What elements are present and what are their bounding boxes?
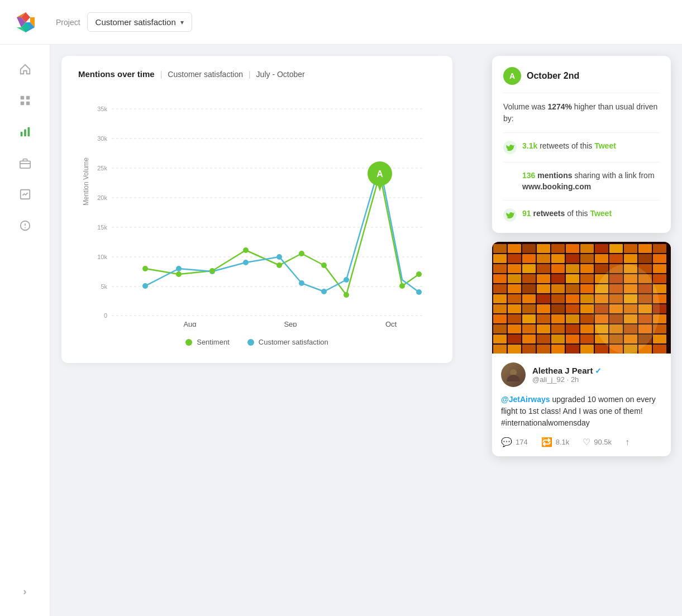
tweet-share-action[interactable]: ↑ [625,437,629,447]
tweet-retweet-action[interactable]: 🔁 8.1k [541,437,570,447]
svg-rect-164 [522,324,536,333]
svg-rect-152 [522,314,536,323]
svg-rect-92 [522,264,536,273]
svg-rect-91 [508,264,521,273]
chevron-down-icon: ▾ [180,18,184,26]
sidebar-item-grid[interactable] [12,87,39,114]
share-icon: ↑ [625,437,629,447]
svg-rect-117 [537,284,550,293]
tweet-at: @ali_j_92 [532,375,565,384]
row2-middle: sharing with a link from [574,171,654,180]
svg-rect-131 [566,294,579,303]
svg-rect-67 [508,244,521,253]
svg-point-20 [25,227,26,228]
svg-rect-150 [493,314,507,323]
chart-container: Mention Volume 35k 30k 25k 20k 15k 10k [78,92,436,346]
svg-rect-118 [551,284,565,293]
svg-point-48 [176,271,182,277]
tweet-mention[interactable]: @JetAirways [501,395,550,404]
svg-rect-151 [508,314,521,323]
svg-rect-95 [566,264,579,273]
tweet-user-info: Alethea J Peart ✓ @ali_j_92 · 2h [532,366,662,384]
svg-point-49 [209,268,215,274]
svg-point-45 [344,277,349,283]
svg-rect-192 [580,345,594,354]
row2-text: 136 mentions sharing with a link from ww… [522,170,660,192]
app-logo [13,10,38,35]
svg-rect-85 [595,254,608,263]
svg-point-198 [593,264,660,354]
svg-rect-185 [653,335,666,343]
svg-text:10k: 10k [97,254,107,260]
sidebar-item-analytics[interactable] [12,181,39,208]
svg-rect-129 [537,294,550,303]
separator-1: | [160,70,163,79]
sidebar-item-chart[interactable] [12,118,39,145]
sidebar-item-briefcase[interactable] [12,150,39,176]
svg-rect-71 [566,244,579,253]
svg-rect-113 [653,274,666,283]
svg-point-38 [142,283,148,289]
svg-rect-132 [580,294,594,303]
svg-rect-107 [566,274,579,283]
svg-rect-108 [580,274,594,283]
svg-text:Oct: Oct [385,320,397,327]
svg-rect-141 [537,304,550,313]
svg-rect-191 [566,345,579,354]
svg-rect-155 [566,314,579,323]
sidebar-expand-button[interactable]: › [12,578,39,605]
svg-rect-97 [595,264,608,273]
svg-rect-120 [580,284,594,293]
svg-text:15k: 15k [97,224,107,231]
svg-rect-140 [522,304,536,313]
svg-rect-154 [551,314,565,323]
svg-rect-79 [508,254,521,263]
volume-pct: 1274% [547,102,572,111]
sidebar-item-home[interactable] [12,56,39,83]
svg-rect-175 [508,335,521,343]
row3-link[interactable]: Tweet [590,209,612,218]
svg-point-55 [399,283,405,289]
svg-point-52 [299,251,304,256]
chart-legend: Sentiment Customer satisfaction [78,338,436,346]
sentiment-dot [185,339,192,346]
sidebar-item-alert[interactable] [12,212,39,239]
project-selector[interactable]: Customer satisfaction ▾ [87,12,192,32]
twitter-icon-2 [503,208,517,222]
tweet-comment-action[interactable]: 💬 174 [501,437,528,447]
tooltip-card: A October 2nd Volume was 1274% higher th… [492,56,671,233]
sentiment-label: Sentiment [197,338,230,346]
svg-rect-167 [566,324,579,333]
svg-text:0: 0 [104,312,107,319]
svg-point-51 [276,262,282,268]
svg-rect-88 [638,254,652,263]
svg-rect-101 [653,264,666,273]
tweet-name: Alethea J Peart ✓ [532,366,662,375]
svg-rect-114 [493,284,507,293]
svg-rect-130 [551,294,565,303]
tweet-card: Alethea J Peart ✓ @ali_j_92 · 2h @JetAir… [492,242,671,456]
svg-rect-84 [580,254,594,263]
svg-rect-166 [551,324,565,333]
svg-rect-180 [580,335,594,343]
tweet-handle: @ali_j_92 · 2h [532,375,662,384]
svg-rect-14 [27,127,30,137]
chart-subtitle: Customer satisfaction [168,70,243,79]
svg-text:25k: 25k [97,165,107,171]
row1-link[interactable]: Tweet [594,141,616,150]
svg-rect-75 [624,244,637,253]
svg-point-53 [321,262,327,268]
svg-point-43 [299,280,304,286]
svg-rect-128 [522,294,536,303]
svg-rect-126 [493,294,507,303]
tweet-like-action[interactable]: ♡ 90.5k [583,437,612,447]
svg-rect-82 [551,254,565,263]
svg-point-42 [276,254,282,260]
svg-rect-168 [580,324,594,333]
tooltip-row-2: 136 mentions sharing with a link from ww… [503,162,660,192]
comment-count: 174 [516,438,528,446]
svg-rect-10 [20,102,23,105]
svg-rect-11 [26,102,29,105]
svg-rect-13 [24,129,26,136]
chart-main-title: Mentions over time [78,69,155,79]
